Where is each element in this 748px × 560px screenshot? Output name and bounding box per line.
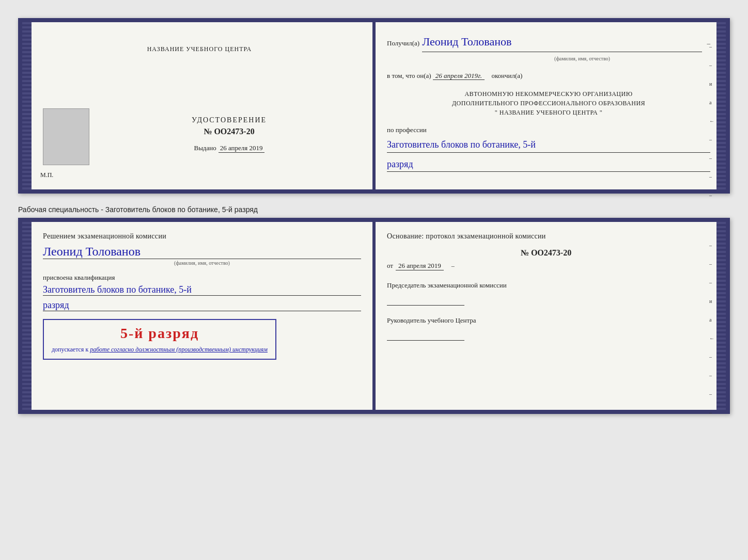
org-name-top: НАЗВАНИЕ УЧЕБНОГО ЦЕНТРА [147, 45, 252, 53]
protocol-number: № OO2473-20 [387, 248, 705, 258]
allowed-italic: работе согласно должностным (производств… [90, 346, 268, 353]
org-line3: " НАЗВАНИЕ УЧЕБНОГО ЦЕНТРА " [387, 108, 710, 117]
seal-box: 5-й разряд допускается к работе согласно… [43, 319, 276, 360]
chairman-signature-line [387, 295, 464, 306]
top-cert-left-page: НАЗВАНИЕ УЧЕБНОГО ЦЕНТРА УДОСТОВЕРЕНИЕ №… [22, 22, 374, 189]
photo-placeholder [43, 108, 89, 165]
issued-date-row: Выдано 26 апреля 2019 [194, 144, 264, 153]
fio-sub-bottom: (фамилия, имя, отчество) [43, 260, 361, 266]
profession-label: по профессии [387, 126, 427, 134]
chairman-label: Председатель экзаменационной комиссии [387, 281, 705, 290]
side-marks-top-right: – – и а ← – – – – [709, 43, 714, 200]
allowed-text: допускается к [52, 346, 88, 353]
bottom-right-spine [716, 222, 726, 410]
right-spine-decoration-top [716, 22, 726, 189]
qualification-label: присвоена квалификация [43, 274, 115, 281]
issued-label: Выдано [194, 144, 216, 152]
allowed-section: допускается к работе согласно должностны… [52, 346, 268, 354]
protocol-date-value: 26 апреля 2019 [396, 262, 444, 270]
mp-label: М.П. [40, 171, 53, 179]
top-certificate-book: НАЗВАНИЕ УЧЕБНОГО ЦЕНТРА УДОСТОВЕРЕНИЕ №… [18, 18, 730, 194]
profession-section: по профессии Заготовитель блоков по бота… [387, 125, 710, 172]
date-prefix: от [387, 262, 393, 270]
recipient-line: Получил(а) Леонид Толованов – [387, 33, 710, 52]
top-cert-left-text: НАЗВАНИЕ УЧЕБНОГО ЦЕНТРА [38, 40, 361, 95]
photo-and-text-section: УДОСТОВЕРЕНИЕ № OO2473-20 Выдано 26 апре… [38, 101, 361, 165]
document-container: НАЗВАНИЕ УЧЕБНОГО ЦЕНТРА УДОСТОВЕРЕНИЕ №… [10, 10, 738, 422]
specialty-label: Рабочая специальность - Заготовитель бло… [18, 201, 730, 218]
fio-label-top: (фамилия, имя, отчество) [454, 55, 710, 63]
side-marks-bottom-right: – – – и а ← – – – – [709, 243, 714, 415]
finished-label: окончил(а) [491, 72, 522, 79]
qualification-section: присвоена квалификация Заготовитель блок… [43, 274, 361, 311]
qualification-value: Заготовитель блоков по ботанике, 5-й [43, 284, 361, 296]
director-label: Руководитель учебного Центра [387, 316, 705, 325]
org-line1: АВТОНОМНУЮ НЕКОММЕРЧЕСКУЮ ОРГАНИЗАЦИЮ [387, 89, 710, 99]
profession-value: Заготовитель блоков по ботанике, 5-й [387, 137, 710, 153]
org-line2: ДОПОЛНИТЕЛЬНОГО ПРОФЕССИОНАЛЬНОГО ОБРАЗО… [387, 99, 710, 108]
org-block: АВТОНОМНУЮ НЕКОММЕРЧЕСКУЮ ОРГАНИЗАЦИЮ ДО… [387, 89, 710, 117]
bottom-certificate-book: Решением экзаменационной комиссии Леонид… [18, 218, 730, 414]
person-name-large: Леонид Толованов [43, 245, 361, 259]
cert-number: № OO2473-20 [204, 127, 254, 136]
date-line: в том, что он(а) 26 апреля 2019г. окончи… [387, 71, 710, 82]
date-value: 26 апреля 2019г. [433, 72, 485, 80]
decision-text: Решением экзаменационной комиссии [43, 232, 361, 241]
date-label: в том, что он(а) [387, 72, 431, 79]
top-cert-right-page: Получил(а) Леонид Толованов – (фамилия, … [374, 22, 726, 189]
seal-rank-text: 5-й разряд [52, 325, 268, 342]
basis-title: Основание: протокол экзаменационной коми… [387, 232, 705, 241]
recipient-name: Леонид Толованов [422, 33, 702, 52]
issued-date: 26 апреля 2019 [219, 144, 264, 153]
bottom-cert-left-page: Решением экзаменационной комиссии Леонид… [22, 222, 374, 410]
rank-value: разряд [387, 157, 710, 172]
bottom-cert-right-page: Основание: протокол экзаменационной коми… [374, 222, 726, 410]
received-label: Получил(а) [387, 38, 419, 49]
cert-type-label: УДОСТОВЕРЕНИЕ [192, 116, 267, 124]
protocol-date-row: от 26 апреля 2019 – [387, 262, 705, 270]
rank-bottom-value: разряд [43, 300, 361, 311]
cert-center-text: УДОСТОВЕРЕНИЕ № OO2473-20 Выдано 26 апре… [97, 101, 361, 153]
director-signature-line [387, 330, 464, 341]
